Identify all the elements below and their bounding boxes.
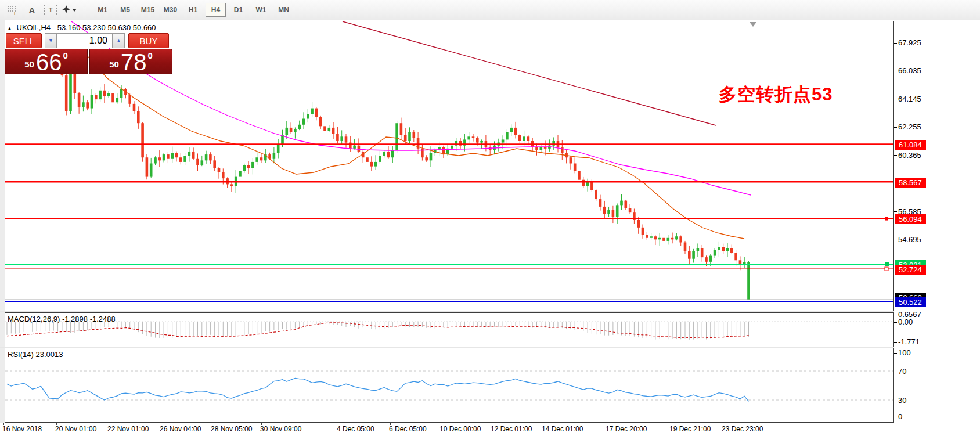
buy-price-pip: 0 (147, 51, 152, 60)
rsi-line (7, 378, 749, 401)
symbol-header[interactable]: ▲ UKOil-,H4 53.160 53.230 50.630 50.660 (7, 23, 156, 32)
sell-price-int: 50 (24, 59, 34, 69)
buy-button[interactable]: BUY (128, 33, 169, 48)
sell-button[interactable]: SELL (6, 33, 42, 48)
macd-histogram (7, 322, 749, 340)
chart-annotation-text[interactable]: 多空转折点53 (719, 82, 833, 107)
volume-increase-button[interactable]: ▲ (113, 33, 125, 48)
buy-price-panel[interactable]: 50 78 0 (89, 49, 172, 74)
buy-price-int: 50 (109, 59, 119, 69)
collapse-triangle-icon[interactable]: ▲ (7, 26, 12, 31)
one-click-trading-panel: ▲ UKOil-,H4 53.160 53.230 50.630 50.660 … (5, 22, 175, 76)
ma-fast-line (87, 56, 744, 239)
buy-price-main: 78 (121, 52, 147, 72)
rsi-value: 23.0013 (35, 350, 63, 359)
volume-decrease-button[interactable]: ▼ (45, 33, 57, 48)
rsi-name: RSI(14) (8, 350, 34, 359)
macd-label: MACD(12,26,9) -1.2898 -1.2488 (8, 315, 116, 323)
volume-input[interactable] (57, 33, 113, 48)
candlestick-series (6, 56, 750, 300)
mt4-window: F A T M1M5M15M30H1H4D1W1MN 67.92566.0356… (0, 0, 980, 436)
trendline[interactable] (343, 21, 716, 125)
chart-shift-marker[interactable] (750, 22, 756, 27)
sell-price-panel[interactable]: 50 66 0 (5, 49, 88, 74)
symbol-name: UKOil-,H4 (17, 23, 51, 32)
rsi-label: RSI(14) 23.0013 (8, 350, 63, 359)
sell-price-pip: 0 (63, 51, 67, 60)
macd-values: -1.2898 -1.2488 (62, 315, 116, 323)
macd-name: MACD(12,26,9) (8, 315, 60, 323)
line-handle[interactable] (885, 217, 888, 221)
sell-price-main: 66 (36, 52, 62, 72)
line-handle[interactable] (885, 267, 888, 271)
ohlc-values: 53.160 53.230 50.630 50.660 (57, 23, 156, 32)
macd-signal-line (7, 323, 749, 338)
line-handle[interactable] (885, 262, 889, 266)
